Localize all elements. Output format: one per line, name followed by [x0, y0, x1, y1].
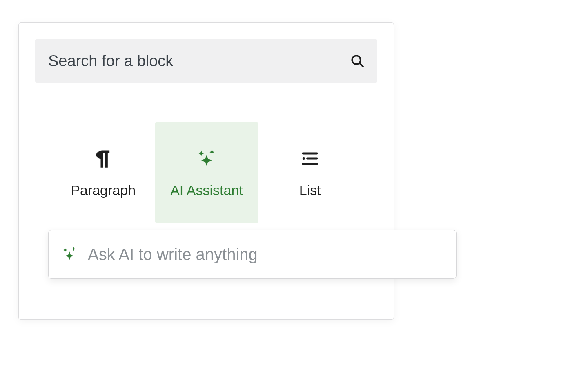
block-search-bar[interactable] [35, 39, 377, 83]
block-item-label: Paragraph [71, 182, 136, 198]
sparkle-icon [61, 246, 78, 263]
ai-prompt-bar[interactable] [48, 230, 457, 279]
block-item-label: List [299, 182, 321, 198]
block-list: Paragraph AI Assistant Li [51, 122, 362, 223]
sparkle-icon [195, 147, 218, 170]
svg-line-1 [360, 63, 363, 67]
svg-point-3 [303, 157, 305, 159]
list-icon [298, 147, 321, 170]
block-item-list[interactable]: List [258, 122, 362, 223]
block-item-paragraph[interactable]: Paragraph [51, 122, 155, 223]
block-item-ai-assistant[interactable]: AI Assistant [155, 122, 258, 223]
search-icon [350, 53, 365, 69]
paragraph-icon [92, 147, 115, 170]
block-search-input[interactable] [47, 52, 350, 70]
ai-prompt-input[interactable] [87, 245, 444, 264]
block-item-label: AI Assistant [170, 182, 243, 198]
